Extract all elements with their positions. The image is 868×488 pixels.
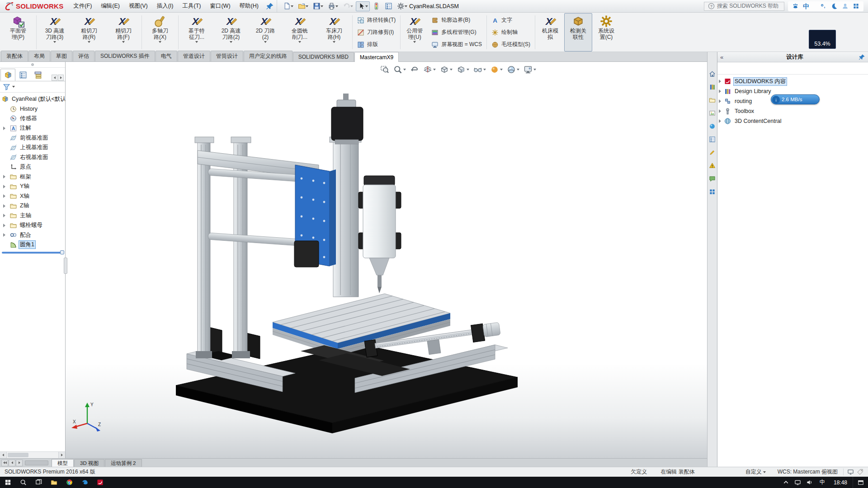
ribbon-button[interactable]: X 精切刀 路(F) <box>106 13 141 52</box>
task-pane-tab[interactable] <box>708 95 717 105</box>
scroll-left-button[interactable] <box>0 452 7 458</box>
ime-button[interactable]: , <box>820 3 827 9</box>
taskbar-app-button[interactable] <box>46 477 61 488</box>
expand-arrow-icon[interactable] <box>3 194 5 198</box>
pin-pane-icon[interactable] <box>859 54 865 61</box>
ribbon-small-button[interactable]: 屏幕视图 = WCS <box>429 39 484 50</box>
ribbon-button[interactable]: 多轴刀 路(X) <box>143 13 177 52</box>
taskbar-app-button[interactable] <box>0 477 15 488</box>
feature-tree-item[interactable]: 主轴 <box>0 211 65 221</box>
ribbon-button[interactable]: X 2D 刀路 (2) <box>248 13 283 52</box>
library-tree-item[interactable]: Toolbox <box>717 106 868 116</box>
feature-tree-root[interactable]: CyanReal (默认<默认 <box>0 94 65 104</box>
tray-icon-button[interactable] <box>804 477 816 488</box>
library-tool-button[interactable] <box>754 65 761 72</box>
menu-item[interactable]: 编辑(E) <box>96 0 124 12</box>
status-item[interactable]: 在编辑 装配体 <box>657 468 698 476</box>
taskbar-clock[interactable]: 18:48 <box>829 479 852 486</box>
view-tool-button[interactable] <box>392 64 407 75</box>
menu-item[interactable]: 视图(V) <box>124 0 152 12</box>
expand-arrow-icon[interactable] <box>3 214 5 217</box>
ribbon-button[interactable]: X 3D 高速 刀路(3) <box>38 13 72 52</box>
ribbon-tab[interactable]: 布局 <box>28 51 50 61</box>
expand-arrow-icon[interactable] <box>719 109 721 113</box>
ribbon-tab[interactable]: 草图 <box>51 51 72 61</box>
task-pane-tab[interactable] <box>708 187 717 197</box>
feature-tree-item[interactable]: X轴 <box>0 192 65 202</box>
status-item[interactable]: WCS: Mastercam 俯视图 <box>774 468 841 476</box>
tabs-scroll-left[interactable] <box>52 75 57 81</box>
expand-arrow-icon[interactable] <box>3 224 5 227</box>
ribbon-button[interactable]: X 公用管 理(U) <box>401 13 428 52</box>
ribbon-tab[interactable]: SOLIDWORKS MBD <box>293 52 354 61</box>
help-search-box[interactable]: ? 搜索 SOLIDWORKS 帮助 <box>704 2 784 11</box>
taskbar-app-button[interactable] <box>77 477 92 488</box>
feature-tree-item[interactable]: Z轴 <box>0 201 65 211</box>
ribbon-button[interactable]: 平面管 理(P) <box>1 13 35 52</box>
expand-arrow-icon[interactable] <box>3 204 5 208</box>
feature-panel-tab[interactable] <box>15 69 30 81</box>
download-speed-badge[interactable]: ↓ 2.6 MB/s <box>771 94 820 104</box>
view-tab[interactable]: 运动算例 2 <box>105 459 142 467</box>
ribbon-button[interactable]: 系统设 置(C) <box>592 13 620 52</box>
graphics-viewport[interactable]: Y X Z <box>66 62 707 458</box>
task-pane-tab[interactable] <box>708 148 717 157</box>
expand-arrow-icon[interactable] <box>719 80 721 83</box>
expand-arrow-icon[interactable] <box>719 89 721 93</box>
feature-tree-item[interactable]: 配合 <box>0 230 65 240</box>
feature-tree-item[interactable]: Y轴 <box>0 182 65 192</box>
ribbon-tab[interactable]: 管道设计 <box>178 51 210 61</box>
ime-button[interactable] <box>831 3 838 9</box>
library-tree-item[interactable]: 3D ContentCentral <box>717 116 868 126</box>
feature-tree-item[interactable]: 传感器 <box>0 114 65 124</box>
view-tab[interactable]: 模型 <box>52 459 74 467</box>
ribbon-tab[interactable]: 用户定义的线路 <box>244 51 292 61</box>
feature-tree-item[interactable]: 右视基准面 <box>0 153 65 163</box>
view-tool-button[interactable] <box>522 64 538 75</box>
ribbon-button[interactable]: X 粗切刀 路(R) <box>72 13 106 52</box>
ribbon-tab[interactable]: 电气 <box>156 51 177 61</box>
ime-mode-indicator[interactable]: 中 <box>816 479 828 486</box>
ribbon-button[interactable]: X 全圆铣 削刀... <box>283 13 317 52</box>
notification-center-button[interactable] <box>853 477 868 488</box>
quick-tool-button[interactable] <box>395 1 409 11</box>
pin-icon[interactable] <box>266 2 274 10</box>
viewport-display-icon[interactable] <box>847 469 854 475</box>
ribbon-button[interactable]: X 机床模 拟 <box>536 13 564 52</box>
taskbar-app-button[interactable] <box>61 477 77 488</box>
feature-tree-item[interactable]: 圆角1 <box>0 240 65 250</box>
expand-arrow-icon[interactable] <box>719 119 721 123</box>
menu-item[interactable]: 插入(I) <box>152 0 178 12</box>
task-pane-tab[interactable] <box>708 135 717 144</box>
quick-tool-button[interactable] <box>371 1 382 11</box>
tree-filter[interactable] <box>0 81 65 93</box>
quick-tool-button[interactable] <box>356 1 370 11</box>
status-item[interactable]: 欠定义 <box>627 468 651 476</box>
view-tool-button[interactable] <box>505 64 521 75</box>
expand-arrow-icon[interactable] <box>3 233 5 237</box>
feature-panel-tab[interactable] <box>30 69 45 81</box>
ribbon-button[interactable]: X 2D 高速 刀路(2) <box>214 13 248 52</box>
tray-icon-button[interactable] <box>792 477 804 488</box>
taskbar-app-button[interactable] <box>31 477 46 488</box>
task-pane-tab[interactable] <box>708 82 717 92</box>
task-pane-tab[interactable] <box>708 161 717 170</box>
quick-tool-button[interactable] <box>281 1 295 11</box>
view-tool-button[interactable] <box>379 64 391 75</box>
ribbon-small-button[interactable]: 多线程管理(G) <box>429 27 484 38</box>
tray-icon-button[interactable] <box>780 477 792 488</box>
task-pane-tab[interactable] <box>708 174 717 183</box>
ribbon-small-button[interactable]: 绘制轴 <box>490 27 532 38</box>
view-tool-button[interactable] <box>455 64 471 75</box>
collapse-pane-button[interactable]: « <box>720 54 731 61</box>
feature-tree-item[interactable]: 上视基准面 <box>0 143 65 153</box>
expand-arrow-icon[interactable] <box>3 185 5 188</box>
quick-tool-button[interactable] <box>341 1 355 11</box>
feature-tree-item[interactable]: History <box>0 104 65 114</box>
scroll-right-button[interactable] <box>58 452 65 458</box>
feature-tree-item[interactable]: A 注解 <box>0 123 65 133</box>
ribbon-small-button[interactable]: 毛坯模型(S) <box>490 39 532 50</box>
quick-tool-button[interactable] <box>326 1 340 11</box>
ribbon-tab[interactable]: 管筒设计 <box>211 51 243 61</box>
ribbon-button[interactable]: X 车床刀 路(H) <box>317 13 351 52</box>
